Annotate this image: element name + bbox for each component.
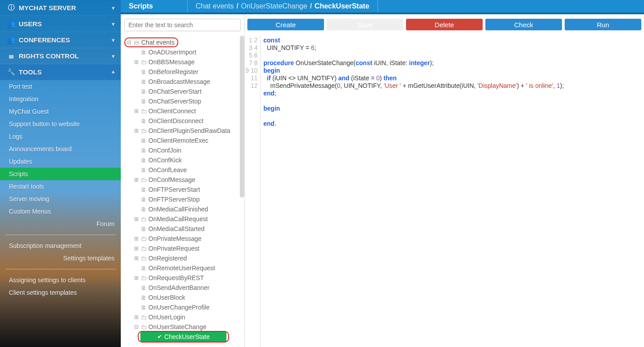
sidebar-sub-integration[interactable]: Integration	[0, 93, 121, 105]
tree-node-OnUserChangeProfile[interactable]: 🗎OnUserChangeProfile	[121, 302, 244, 312]
tree-node-OnConfMessage[interactable]: ⊞🗀OnConfMessage	[121, 175, 244, 185]
sidebar-sub-restart-tools[interactable]: Restart tools	[0, 180, 121, 193]
tree-node-OnClientConnect[interactable]: ⊞🗀OnClientConnect	[121, 106, 244, 116]
tree-node-OnMediaCallRequest[interactable]: ⊞🗀OnMediaCallRequest	[121, 214, 244, 224]
tree-node-label: OnUserStateChange	[148, 323, 206, 330]
code-body[interactable]: const UIN_NOTIFY = 6; procedure OnUserSt…	[261, 35, 644, 347]
expand-toggle-icon[interactable]: ⊞	[133, 275, 139, 281]
tree-node-OnUserLogin[interactable]: ⊞🗀OnUserLogin	[121, 312, 244, 322]
sidebar-link-settings-templates[interactable]: Settings templates	[0, 252, 121, 264]
tree-node-OnBeforeRegister[interactable]: 🗎OnBeforeRegister	[121, 67, 244, 77]
tree-node-OnConfLeave[interactable]: 🗎OnConfLeave	[121, 165, 244, 175]
file-icon: 🗎	[139, 49, 148, 56]
tree-node-OnClientDisconnect[interactable]: 🗎OnClientDisconnect	[121, 116, 244, 126]
tree-node-OnMediaCallStarted[interactable]: 🗎OnMediaCallStarted	[121, 224, 244, 234]
breadcrumb-seg-1[interactable]: OnUserStateChange	[241, 2, 308, 10]
sidebar-item-label: TOOLS	[19, 68, 41, 76]
sidebar-link-forum[interactable]: Forum	[0, 218, 121, 230]
tree-node-label: OnMediaCallFinished	[148, 206, 208, 213]
expand-toggle-icon[interactable]: ⊟	[133, 324, 139, 330]
tree-node-OnChatServerStart[interactable]: 🗎OnChatServerStart	[121, 87, 244, 96]
file-icon: 🗎	[139, 186, 148, 193]
tree-node-OnChatServerStop[interactable]: 🗎OnChatServerStop	[121, 96, 244, 106]
sidebar-sub-scripts[interactable]: Scripts	[0, 168, 121, 180]
sidebar-sub-port-test[interactable]: Port test	[0, 80, 121, 93]
tree-node-OnUserBlock[interactable]: 🗎OnUserBlock	[121, 293, 244, 302]
tree-node-OnRequestByREST[interactable]: ⊞🗀OnRequestByREST	[121, 273, 244, 283]
create-button[interactable]: Create	[247, 19, 324, 30]
sidebar-sub-updates[interactable]: Updates	[0, 155, 121, 168]
file-icon: 🗎	[139, 304, 148, 311]
sidebar-link-assign-settings[interactable]: Assigning settings to clients	[0, 274, 121, 286]
tree-node-label: OnConfLeave	[148, 166, 187, 174]
expand-toggle-icon[interactable]: ⊞	[133, 108, 139, 114]
sidebar-sub-support-button-to-website[interactable]: Support button to website	[0, 118, 121, 130]
main: Scripts Chat events / OnUserStateChange …	[121, 0, 644, 347]
file-icon: 🗎	[139, 265, 148, 272]
save-button: Save	[327, 19, 403, 30]
tree-node-OnFTPServerStart[interactable]: 🗎OnFTPServerStart	[121, 185, 244, 194]
chevron-down-icon: ▾	[112, 53, 115, 59]
sidebar-item-conferences[interactable]: 👥CONFERENCES▾	[0, 32, 121, 48]
sidebar-separator	[5, 235, 115, 235]
expand-toggle-icon[interactable]: ⊞	[133, 255, 139, 261]
expand-toggle-icon[interactable]: ⊞	[133, 177, 139, 183]
folder-icon: 🗀	[139, 314, 148, 321]
expand-toggle-icon[interactable]: ⊞	[133, 128, 139, 134]
tree-root[interactable]: ⊟ 🗁 Chat events	[121, 37, 244, 47]
tree-node-label: OnChatServerStart	[148, 88, 201, 95]
tree-node-OnRegistered[interactable]: ⊞🗀OnRegistered	[121, 253, 244, 263]
checkmark-icon: ✔	[157, 334, 162, 340]
sidebar-item-label: RIGHTS CONTROL	[19, 52, 79, 60]
tree-node-OnSendAdvertBanner[interactable]: 🗎OnSendAdvertBanner	[121, 283, 244, 293]
breadcrumb-seg-0[interactable]: Chat events	[196, 2, 234, 10]
tree-node-label: OnMediaCallStarted	[148, 225, 205, 232]
tree-node-OnADUserImport[interactable]: 🗎OnADUserImport	[121, 47, 244, 57]
sidebar-sub-custom-menus[interactable]: Custom Menus	[0, 205, 121, 218]
code-editor[interactable]: 1 2 3 4 5 6 7 8 9 10 11 12 const UIN_NOT…	[245, 35, 644, 347]
tree-node-OnBBSMessage[interactable]: ⊞🗀OnBBSMessage	[121, 57, 244, 67]
tree-scrollbar[interactable]	[240, 36, 244, 198]
sidebar-sub-logs[interactable]: Logs	[0, 130, 121, 143]
users-icon: 👥	[6, 20, 16, 28]
tree-node-OnPrivateRequest[interactable]: ⊞🗀OnPrivateRequest	[121, 244, 244, 253]
tree-node-OnFTPServerStop[interactable]: 🗎OnFTPServerStop	[121, 194, 244, 204]
tree-node-label: OnFTPServerStart	[148, 186, 200, 193]
tree-node-OnRemoteUserRequest[interactable]: 🗎OnRemoteUserRequest	[121, 263, 244, 273]
tree-node-OnClientPluginSendRawData[interactable]: ⊞🗀OnClientPluginSendRawData	[121, 126, 244, 136]
sidebar-sub-announcements-board[interactable]: Announcements board	[0, 143, 121, 155]
sidebar-sub-server-moving[interactable]: Server moving	[0, 193, 121, 205]
sidebar-link-client-templates[interactable]: Client settings templates	[0, 286, 121, 299]
expand-toggle-icon[interactable]: ⊞	[133, 59, 139, 65]
file-icon: 🗎	[139, 157, 148, 164]
sidebar-item-mychat-server[interactable]: ⓘMYCHAT SERVER▾	[0, 0, 121, 16]
run-button[interactable]: Run	[565, 19, 641, 30]
tree-node-OnUserStateChange[interactable]: ⊟🗀OnUserStateChange	[121, 322, 244, 332]
file-icon: 🗎	[139, 69, 148, 75]
tree-node-label: OnConfKick	[148, 157, 182, 164]
sidebar-item-users[interactable]: 👥USERS▾	[0, 16, 121, 32]
expand-toggle-icon[interactable]: ⊞	[133, 235, 139, 242]
sidebar-sub-mychat-guest[interactable]: MyChat Guest	[0, 105, 121, 118]
delete-button[interactable]: Delete	[406, 19, 483, 30]
breadcrumb-section[interactable]: Scripts	[121, 0, 188, 12]
expand-toggle-icon[interactable]: ⊞	[133, 245, 139, 252]
tree-node-OnClientRemoteExec[interactable]: 🗎OnClientRemoteExec	[121, 136, 244, 145]
tree-node-OnConfJoin[interactable]: 🗎OnConfJoin	[121, 145, 244, 155]
tree-node-OnMediaCallFinished[interactable]: 🗎OnMediaCallFinished	[121, 204, 244, 214]
sidebar-item-rights-control[interactable]: ≣RIGHTS CONTROL▾	[0, 48, 121, 64]
breadcrumb-current: CheckUserState	[315, 2, 369, 10]
sidebar-link-subscription[interactable]: Subscription management	[0, 240, 121, 252]
tree-selected[interactable]: ✔ CheckUserState	[121, 332, 244, 342]
sidebar-item-tools[interactable]: 🔧TOOLS▾	[0, 64, 121, 80]
expand-toggle-icon[interactable]: ⊞	[133, 314, 139, 320]
search-input[interactable]	[128, 21, 237, 29]
search-input-wrap[interactable]	[124, 19, 241, 31]
tree-node-OnPrivateMessage[interactable]: ⊞🗀OnPrivateMessage	[121, 234, 244, 244]
expand-toggle-icon[interactable]: ⊟	[126, 39, 132, 45]
tree-node-OnBroadcastMessage[interactable]: 🗎OnBroadcastMessage	[121, 77, 244, 87]
sidebar: ⓘMYCHAT SERVER▾👥USERS▾👥CONFERENCES▾≣RIGH…	[0, 0, 121, 347]
check-button[interactable]: Check	[485, 19, 562, 30]
expand-toggle-icon[interactable]: ⊞	[133, 216, 139, 222]
tree-node-OnConfKick[interactable]: 🗎OnConfKick	[121, 155, 244, 165]
